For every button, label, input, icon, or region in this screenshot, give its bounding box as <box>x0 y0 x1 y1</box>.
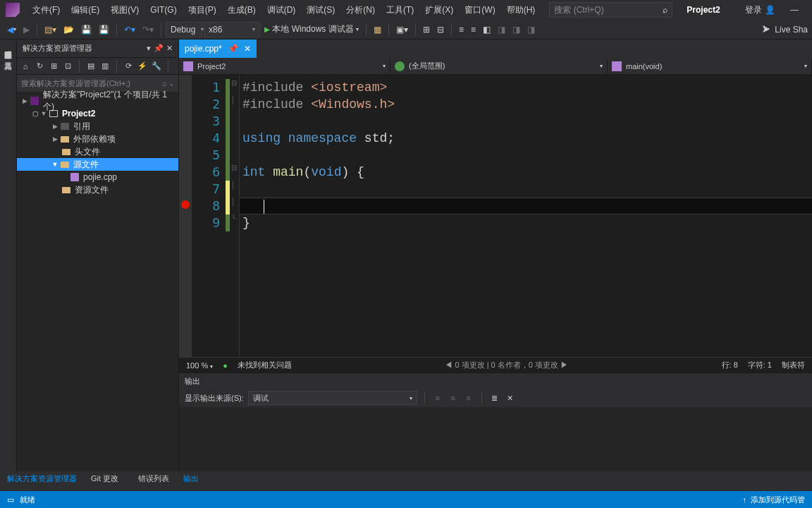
user-icon: 👤 <box>765 5 775 15</box>
save-button[interactable]: 💾 <box>78 22 94 37</box>
login-button[interactable]: 登录👤 <box>745 4 775 16</box>
save-all-button[interactable]: 💾 <box>96 22 112 37</box>
tool-icon-7[interactable]: ◨ <box>495 22 508 37</box>
toolbox-tab[interactable]: 工具箱 <box>0 51 16 62</box>
menu-view[interactable]: 视图(V) <box>105 1 144 19</box>
pin-icon[interactable]: 📌 <box>228 44 238 54</box>
minimize-button[interactable]: — <box>784 5 805 15</box>
global-search-input[interactable]: 搜索 (Ctrl+Q) ⌕ <box>549 2 672 18</box>
tab-solution-explorer[interactable]: 解决方案资源管理器 <box>0 471 84 487</box>
tree-resource-files[interactable]: 资源文件 <box>17 183 178 196</box>
pin-icon[interactable]: 📌 <box>154 44 164 53</box>
search-placeholder: 搜索 (Ctrl+Q) <box>554 4 603 16</box>
menu-git[interactable]: GIT(G) <box>144 2 182 18</box>
check-icon: ● <box>223 361 228 370</box>
editor-status-bar: 100 % ▾ ● 未找到相关问题 ◀ 0 项更改 | 0 名作者，0 项更改 … <box>179 357 812 373</box>
output-header: 输出 <box>179 373 812 389</box>
config-dropdown[interactable]: Debug▾ <box>166 22 202 37</box>
out-clear-icon[interactable]: ✕ <box>505 392 516 404</box>
out-icon[interactable]: ≡ <box>463 392 474 404</box>
tb-icon[interactable]: ▤ <box>85 61 97 72</box>
panel-title: 解决方案资源管理器 <box>23 43 92 54</box>
tool-icon-5[interactable]: ≡ <box>456 22 467 37</box>
out-icon[interactable]: ≡ <box>448 392 459 404</box>
solution-root[interactable]: ▶解决方案"Project2"(1 个项目/共 1 个) <box>17 95 178 107</box>
output-text[interactable] <box>179 407 812 471</box>
tool-icon-2[interactable]: ▣▾ <box>393 22 411 37</box>
menu-project[interactable]: 项目(P) <box>183 1 222 19</box>
tab-error-list[interactable]: 错误列表 <box>131 471 176 487</box>
code-editor[interactable]: 123456789 ⊟│⊟││└ #include <iostream> #in… <box>179 75 812 357</box>
left-tool-tabs: 服务器资源管理器 工具箱 <box>0 40 17 471</box>
close-tab-icon[interactable]: ✕ <box>244 44 251 54</box>
menu-extensions[interactable]: 扩展(X) <box>419 1 459 19</box>
breakpoint-gutter[interactable] <box>179 75 192 357</box>
cursor-char: 字符: 1 <box>748 360 772 370</box>
forward-button[interactable]: ▶ <box>20 22 32 37</box>
nav-bar: Project2▾ (全局范围)▾ main(void)▾ <box>179 58 812 75</box>
tb-icon[interactable]: ⊞ <box>48 61 59 72</box>
platform-dropdown[interactable]: x86▾ <box>204 22 260 37</box>
share-icon: ⮞ <box>762 25 770 35</box>
tool-icon-8[interactable]: ◨ <box>510 22 523 37</box>
tool-icon-9[interactable]: ◨ <box>524 22 538 37</box>
bookmark-icon[interactable]: ◧ <box>480 22 493 37</box>
tb-icon[interactable]: ⟳ <box>123 61 134 72</box>
close-icon[interactable]: ✕ <box>166 44 173 53</box>
tool-icon-3[interactable]: ⊞ <box>420 22 433 37</box>
panel-menu-icon[interactable]: ▾ <box>147 44 151 53</box>
text-caret <box>264 200 264 214</box>
tab-output[interactable]: 输出 <box>176 471 206 487</box>
add-to-source-control[interactable]: ↑ 添加到源代码管 <box>743 495 806 505</box>
menu-file[interactable]: 文件(F) <box>27 1 66 19</box>
code-text[interactable]: #include <iostream> #include <Windows.h>… <box>240 75 812 357</box>
tree-source-files[interactable]: ▼源文件 <box>17 158 178 171</box>
tool-icon-4[interactable]: ⊟ <box>434 22 447 37</box>
tb-icon[interactable]: ▥ <box>99 61 111 72</box>
tb-icon[interactable]: ⚡ <box>137 61 148 72</box>
tool-icon-6[interactable]: ≡ <box>468 22 479 37</box>
solution-explorer-header: 解决方案资源管理器 ▾📌✕ <box>17 40 178 58</box>
tree-header-files[interactable]: 头文件 <box>17 145 178 158</box>
menu-debug[interactable]: 调试(D) <box>262 1 302 19</box>
back-button[interactable]: ◀▾ <box>4 22 19 37</box>
status-bar: ▭ 就绪 ↑ 添加到源代码管 <box>0 491 812 508</box>
tree-external-deps[interactable]: ▶外部依赖项 <box>17 133 178 145</box>
live-share-button[interactable]: ⮞Live Sha <box>762 25 808 35</box>
tab-git-changes[interactable]: Git 更改 <box>84 471 125 487</box>
redo-button[interactable]: ↷▾ <box>140 22 156 37</box>
breakpoint-icon[interactable] <box>181 200 190 209</box>
menu-analyze[interactable]: 分析(N) <box>340 1 381 19</box>
output-source-dropdown[interactable]: 调试▾ <box>248 391 417 405</box>
outline-gutter[interactable]: ⊟│⊟││└ <box>230 75 240 357</box>
menu-help[interactable]: 帮助(H) <box>501 1 541 19</box>
tb-icon[interactable]: ↻ <box>34 61 45 72</box>
nav-project-dropdown[interactable]: Project2▾ <box>179 59 390 74</box>
status-ready: 就绪 <box>20 495 35 505</box>
undo-button[interactable]: ↶▾ <box>121 22 138 37</box>
menu-edit[interactable]: 编辑(E) <box>66 1 105 19</box>
nav-function-dropdown[interactable]: main(void)▾ <box>608 59 812 74</box>
solution-tree: ▶解决方案"Project2"(1 个项目/共 1 个) ▢▼Project2 … <box>17 92 178 471</box>
start-debug-button[interactable]: ▶ 本地 Windows 调试器 ▾ <box>262 22 362 37</box>
menu-test[interactable]: 测试(S) <box>301 1 340 19</box>
nav-scope-dropdown[interactable]: (全局范围)▾ <box>390 59 608 74</box>
tb-icon[interactable]: ⊡ <box>62 61 73 72</box>
home-icon[interactable]: ⌂ <box>20 61 31 72</box>
menu-tools[interactable]: 工具(T) <box>381 1 419 19</box>
zoom-dropdown[interactable]: 100 % ▾ <box>186 361 213 370</box>
menu-window[interactable]: 窗口(W) <box>459 1 500 19</box>
open-button[interactable]: 📂 <box>61 22 77 37</box>
menu-bar: 文件(F) 编辑(E) 视图(V) GIT(G) 项目(P) 生成(B) 调试(… <box>0 0 812 20</box>
wrench-icon[interactable]: 🔧 <box>151 61 162 72</box>
tool-icon-1[interactable]: ▦ <box>371 22 384 37</box>
tree-references[interactable]: ▶引用 <box>17 120 178 133</box>
vs-logo-icon <box>6 3 20 17</box>
out-wrap-icon[interactable]: ≣ <box>489 392 500 404</box>
file-tab-pojie[interactable]: pojie.cpp* 📌 ✕ <box>179 40 257 58</box>
new-button[interactable]: ▤▾ <box>42 22 59 37</box>
tree-file-pojie[interactable]: pojie.cpp <box>17 171 178 183</box>
out-icon[interactable]: ≡ <box>432 392 443 404</box>
server-explorer-tab[interactable]: 服务器资源管理器 <box>0 40 16 51</box>
menu-build[interactable]: 生成(B) <box>222 1 262 19</box>
